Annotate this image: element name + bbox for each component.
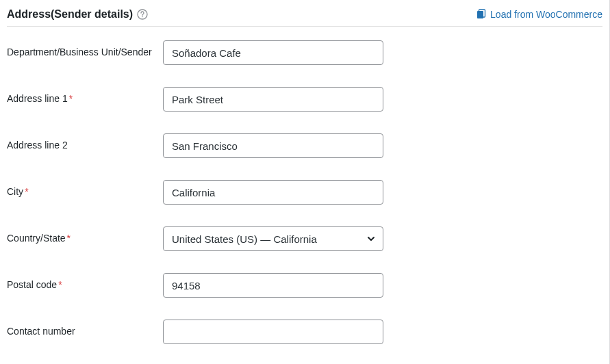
load-from-woocommerce-link[interactable]: Load from WooCommerce [475,9,602,20]
city-label: City* [7,180,163,199]
address2-label: Address line 2 [7,133,163,153]
department-label: Department/Business Unit/Sender [7,40,163,60]
header-title-group: Address(Sender details) [7,8,148,21]
load-link-label: Load from WooCommerce [490,9,602,20]
address1-label: Address line 1* [7,87,163,106]
required-marker: * [67,233,71,244]
contact-label: Contact number [7,320,163,339]
city-row: City* [7,180,602,205]
postal-label: Postal code* [7,273,163,292]
label-text: City [7,186,23,197]
label-text: Address line 1 [7,93,68,104]
department-row: Department/Business Unit/Sender [7,40,602,65]
svg-point-1 [142,16,143,18]
copy-icon [475,9,486,20]
contact-row: Contact number [7,320,602,344]
label-text: Postal code [7,279,57,290]
address1-input[interactable] [163,87,383,112]
city-input[interactable] [163,180,383,205]
country-state-row: Country/State* United States (US) — Cali… [7,226,602,251]
page-title: Address(Sender details) [7,8,133,21]
required-marker: * [58,279,62,290]
country-state-select[interactable]: United States (US) — California [163,226,383,251]
country-state-label: Country/State* [7,226,163,246]
postal-input[interactable] [163,273,383,298]
department-input[interactable] [163,40,383,65]
label-text: Country/State [7,233,66,244]
label-text: Address line 2 [7,140,68,151]
contact-input[interactable] [163,320,383,344]
address1-row: Address line 1* [7,87,602,112]
address2-input[interactable] [163,133,383,158]
help-icon[interactable] [137,9,148,20]
address-sender-panel: Address(Sender details) Load from WooCom… [0,0,610,364]
address2-row: Address line 2 [7,133,602,158]
postal-row: Postal code* [7,273,602,298]
panel-header: Address(Sender details) Load from WooCom… [7,8,602,27]
required-marker: * [69,93,73,104]
label-text: Contact number [7,326,75,337]
required-marker: * [25,186,28,197]
label-text: Department/Business Unit/Sender [7,47,152,57]
